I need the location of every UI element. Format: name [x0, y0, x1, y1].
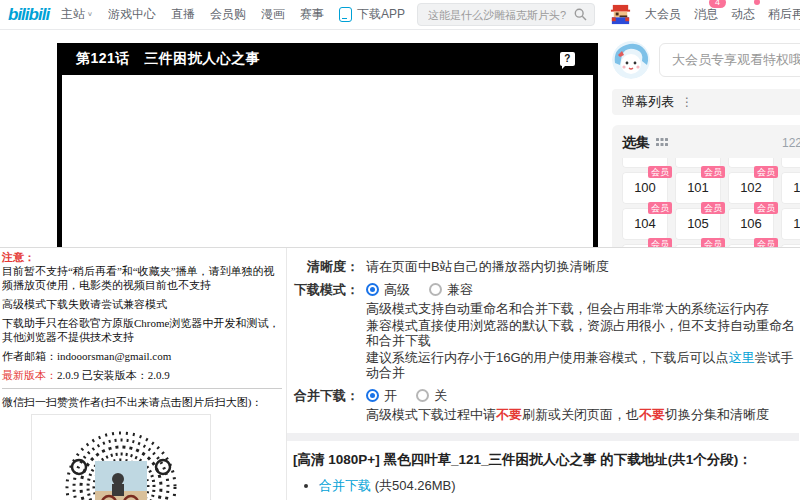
warning-title: 注意： — [2, 251, 35, 263]
player-titlebar: 第121话 三件困扰人心之事 ? — [62, 43, 593, 75]
download-size: (共504.26MB) — [375, 478, 456, 493]
episodes-counter: 122/1 — [782, 136, 800, 150]
nav-item-messages[interactable]: 消息4 — [694, 6, 718, 23]
merge-warning: 高级模式下载过程中请不要刷新或关闭页面，也不要切换分集和清晰度 — [366, 407, 799, 422]
phone-download-icon — [339, 7, 352, 22]
merge-off-label[interactable]: 关 — [434, 387, 447, 404]
vip-hint-row: 大会员专享观看特权哦~ — [612, 40, 800, 80]
anime-avatar[interactable] — [612, 41, 650, 79]
mode-row: 下载模式： 高级 兼容 高级模式支持自动重命名和合并下载，但会占用非常大的系统运… — [287, 281, 799, 382]
author-email: indooorsman@gmail.com — [57, 350, 171, 362]
notes-divider — [2, 388, 282, 389]
compat-tip: 高级模式下载失败请尝试兼容模式 — [2, 297, 282, 311]
vip-badge: 会员 — [754, 166, 778, 178]
episode-card[interactable]: 会员103 — [781, 172, 800, 204]
episode-title: 第121话 三件困扰人心之事 — [76, 50, 260, 68]
episode-card[interactable]: 会员100 — [622, 172, 668, 204]
nav-item-home[interactable]: 主站∨ — [61, 6, 93, 23]
mode-label: 下载模式： — [287, 281, 359, 382]
bilibili-logo[interactable]: bilibili — [8, 5, 49, 25]
episode-card[interactable]: 会员106 — [728, 208, 774, 240]
vip-hint-pill[interactable]: 大会员专享观看特权哦~ — [659, 43, 800, 77]
episodes-row: 会员104 会员105 会员106 会员107 — [622, 208, 800, 240]
episode-card[interactable]: 会员107 — [781, 208, 800, 240]
warning-note: 注意： 目前暂不支持“稍后再看”和“收藏夹”播单，请到单独的视频播放页使用，电影… — [2, 250, 282, 292]
download-list: 合并下载 (共504.26MB) — [319, 477, 799, 495]
version-line: 最新版本：2.0.9 已安装版本：2.0.9 — [2, 368, 282, 382]
nav-item-game-center[interactable]: 游戏中心 — [108, 6, 156, 23]
merge-row: 合并下载： 开 关 高级模式下载过程中请不要刷新或关闭页面，也不要切换分集和清晰… — [287, 387, 799, 424]
quality-row: 清晰度： 请在页面中B站自己的播放器内切换清晰度 — [287, 258, 799, 276]
search-input[interactable] — [418, 9, 594, 21]
donate-hint: 微信扫一扫赞赏作者(扫不出来请点击图片后扫大图)： — [2, 395, 282, 409]
quality-label: 清晰度： — [287, 258, 359, 276]
mode-help-3: 建议系统运行内存小于16G的用户使用兼容模式，下载后可以点这里尝试手动合并 — [366, 350, 799, 380]
nav-item-esports[interactable]: 赛事 — [300, 6, 324, 23]
nav-item-dynamics[interactable]: 动态 — [731, 6, 755, 23]
episode-card[interactable]: 99 — [781, 158, 800, 168]
nav-item-watch-later[interactable]: 稍后再看 — [768, 6, 800, 23]
episodes-title: 选集 — [622, 134, 650, 152]
merge-off-radio[interactable] — [416, 389, 429, 402]
download-list-item: 合并下载 (共504.26MB) — [319, 477, 799, 495]
nav-item-manga[interactable]: 漫画 — [261, 6, 285, 23]
user-avatar[interactable] — [609, 3, 632, 26]
mode-compat-label[interactable]: 兼容 — [447, 281, 473, 298]
kebab-menu-icon[interactable]: ⋮ — [681, 95, 693, 109]
episodes-header: 选集 122/1 — [622, 134, 800, 152]
vip-badge: 会员 — [648, 202, 672, 214]
notification-dot — [754, 0, 760, 5]
chevron-down-icon: ∨ — [87, 11, 93, 18]
quality-text: 请在页面中B站自己的播放器内切换清晰度 — [366, 258, 799, 276]
helper-settings-column: 清晰度： 请在页面中B站自己的播放器内切换清晰度 下载模式： 高级 兼容 高级模… — [286, 248, 799, 500]
download-title: [高清 1080P+] 黑色四叶草_121_三件困扰人心之事 的下载地址(共1个… — [293, 451, 799, 469]
mode-help-2: 兼容模式直接使用浏览器的默认下载，资源占用很小，但不支持自动重命名和合并下载 — [366, 318, 799, 348]
qr-code-image — [46, 429, 196, 500]
merged-download-link[interactable]: 合并下载 — [319, 478, 371, 493]
nav-item-shop[interactable]: 会员购 — [210, 6, 246, 23]
user-area: 大会员 消息4 动态 稍后再看 收藏 历史 创作 — [609, 3, 800, 26]
vip-badge: 会员 — [754, 202, 778, 214]
episode-card[interactable]: 会员105 — [675, 208, 721, 240]
helper-notes-column: 注意： 目前暂不支持“稍后再看”和“收藏夹”播单，请到单独的视频播放页使用，电影… — [2, 250, 282, 500]
wechat-donate-qr[interactable] — [31, 414, 211, 500]
warning-body: 目前暂不支持“稍后再看”和“收藏夹”播单，请到单独的视频播放页使用，电影类的视频… — [2, 265, 275, 291]
nav-item-live[interactable]: 直播 — [171, 6, 195, 23]
primary-nav: 主站∨ 游戏中心 直播 会员购 漫画 赛事 下载APP — [61, 6, 405, 23]
mode-advanced-label[interactable]: 高级 — [384, 281, 410, 298]
vip-badge: 会员 — [648, 166, 672, 178]
danmaku-list-label: 弹幕列表 — [622, 93, 674, 111]
mode-compat-radio[interactable] — [429, 283, 442, 296]
manual-merge-link[interactable]: 这里 — [729, 350, 755, 365]
search-icon[interactable] — [574, 8, 587, 21]
merge-label: 合并下载： — [287, 387, 359, 424]
video-player: 第121话 三件困扰人心之事 ? — [57, 43, 598, 250]
vip-badge: 会员 — [701, 166, 725, 178]
author-line: 作者邮箱：indooorsman@gmail.com — [2, 349, 282, 363]
episode-card[interactable]: 会员102 — [728, 172, 774, 204]
section-divider — [287, 433, 799, 441]
mode-advanced-radio[interactable] — [366, 283, 379, 296]
browser-tip: 下载助手只在谷歌官方原版Chrome浏览器中开发和测试，其他浏览器不提供技术支持 — [2, 316, 282, 344]
episodes-panel: 选集 122/1 96 97 98 99 会员100 — [612, 125, 800, 254]
nav-item-vip[interactable]: 大会员 — [645, 6, 681, 23]
grid-icon[interactable] — [656, 137, 668, 149]
merge-on-label[interactable]: 开 — [384, 387, 397, 404]
episode-card[interactable]: 会员104 — [622, 208, 668, 240]
top-navbar: bilibili 主站∨ 游戏中心 直播 会员购 漫画 赛事 下载APP — [0, 0, 800, 30]
download-section: [高清 1080P+] 黑色四叶草_121_三件困扰人心之事 的下载地址(共1个… — [287, 451, 799, 500]
danmaku-list-bar[interactable]: 弹幕列表 ⋮ — [612, 89, 800, 115]
mode-help-1: 高级模式支持自动重命名和合并下载，但会占用非常大的系统运行内存 — [366, 301, 799, 316]
message-count-badge: 4 — [709, 0, 726, 8]
download-app-button[interactable]: 下载APP — [339, 6, 405, 23]
episode-card[interactable]: 会员101 — [675, 172, 721, 204]
merge-on-radio[interactable] — [366, 389, 379, 402]
search-box — [417, 3, 595, 26]
download-helper-panel: 注意： 目前暂不支持“稍后再看”和“收藏夹”播单，请到单独的视频播放页使用，电影… — [0, 247, 800, 500]
right-sidebar: 大会员专享观看特权哦~ 弹幕列表 ⋮ 选集 122/1 96 97 9 — [612, 40, 800, 254]
page: bilibili 主站∨ 游戏中心 直播 会员购 漫画 赛事 下载APP — [0, 0, 800, 500]
vip-badge: 会员 — [701, 202, 725, 214]
player-help-button[interactable]: ? — [560, 52, 575, 66]
episodes-row: 会员100 会员101 会员102 会员103 — [622, 172, 800, 204]
